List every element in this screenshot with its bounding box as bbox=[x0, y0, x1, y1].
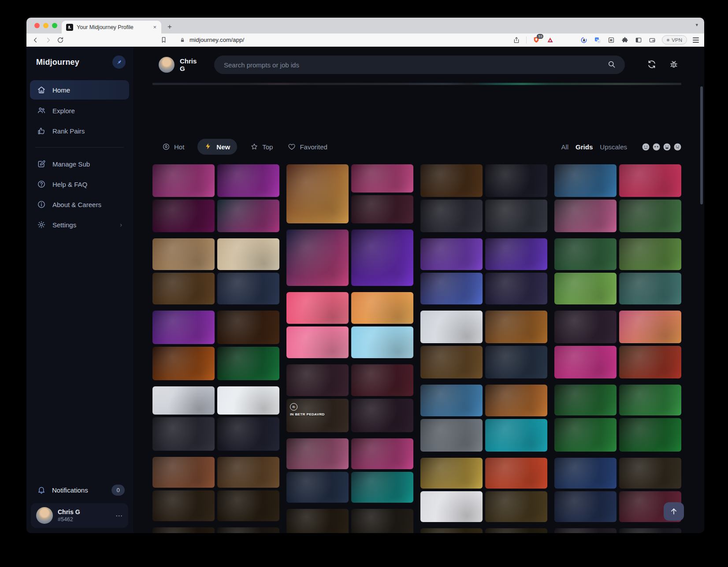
gallery-tile-green-circular-diagram[interactable] bbox=[619, 418, 681, 452]
reload-icon[interactable] bbox=[56, 36, 64, 44]
user-more-icon[interactable]: ⋯ bbox=[115, 511, 123, 520]
gallery-tile-lego-red-robot-table[interactable] bbox=[485, 458, 547, 489]
neutral-robot-face-icon[interactable] bbox=[653, 143, 660, 151]
gallery-tile-hand-phone-at-concert[interactable] bbox=[485, 238, 547, 270]
gallery-tile-cutoff-device-b[interactable] bbox=[217, 527, 279, 533]
gallery-tile-electronics-desk-monitor[interactable] bbox=[619, 458, 681, 489]
gallery-tile-person-phone-purple-neon[interactable] bbox=[152, 311, 215, 344]
gallery-tile-phone-pixel-glow-dark[interactable] bbox=[217, 417, 279, 451]
profile-avatar[interactable] bbox=[159, 57, 175, 73]
gallery-tile-tablet-dashboard-desk[interactable] bbox=[554, 164, 617, 197]
gallery-tile-video-thumbnail-man[interactable]: ibIN BETR PEDAVRD bbox=[286, 399, 349, 432]
gallery-tile-neon-house-purple[interactable] bbox=[351, 230, 413, 286]
smiley-face-icon[interactable] bbox=[642, 143, 650, 151]
new-tab-button[interactable]: + bbox=[167, 22, 172, 31]
gallery-tile-hands-tablet-game[interactable] bbox=[619, 238, 681, 270]
gallery-tile-conference-purple-stage[interactable] bbox=[420, 238, 483, 270]
gallery-tile-tiny-red-device-in-hand[interactable] bbox=[619, 346, 681, 378]
wallet-icon[interactable] bbox=[648, 36, 656, 44]
gallery-tile-cutoff-board-a[interactable] bbox=[286, 509, 349, 533]
gallery-tile-cartoon-tank-blue[interactable] bbox=[420, 385, 483, 416]
sidebar-item-about-careers[interactable]: About & Careers bbox=[26, 194, 133, 215]
brave-shield-icon[interactable]: 53 bbox=[532, 36, 540, 44]
gallery-tile-hand-writing-on-tray[interactable] bbox=[217, 238, 279, 270]
gallery-tile-phone-stand-white-room[interactable] bbox=[420, 311, 483, 343]
gallery-tile-green-network-circles[interactable] bbox=[554, 385, 617, 415]
gallery-tile-man-cap-orange-tablet[interactable] bbox=[152, 347, 215, 380]
gallery-tile-cutoff-desk-b[interactable] bbox=[619, 528, 681, 533]
browser-menu-icon[interactable] bbox=[693, 37, 699, 43]
notifications-button[interactable]: Notifications 0 bbox=[26, 480, 133, 500]
gallery-tile-raspberry-pi-pink-case[interactable] bbox=[286, 438, 349, 469]
gallery-tile-lego-scene-dark[interactable] bbox=[485, 491, 547, 522]
gallery-tile-green-pcb-schematic[interactable] bbox=[619, 385, 681, 415]
gallery-tile-neon-lounge-teal-pink[interactable] bbox=[217, 200, 279, 232]
gallery-tile-person-dark-bed-phone[interactable] bbox=[485, 164, 547, 197]
gallery-tile-neon-kitchen-pink[interactable] bbox=[152, 164, 215, 197]
gallery-tile-tablet-farm-game[interactable] bbox=[554, 273, 617, 304]
sidebar-item-home[interactable]: Home bbox=[30, 80, 129, 100]
url-text[interactable]: midjourney.com/app/ bbox=[189, 37, 244, 43]
sidebar-item-manage-sub[interactable]: Manage Sub bbox=[26, 154, 133, 174]
grinning-face-icon[interactable] bbox=[663, 143, 671, 151]
gallery-tile-mini-circuit-dark-table[interactable] bbox=[485, 346, 547, 378]
gallery-tile-pcb-colorful-wires-phone[interactable] bbox=[619, 200, 681, 232]
gallery-tile-phone-cubes-burst-pink[interactable] bbox=[286, 292, 349, 324]
search-bar[interactable] bbox=[214, 56, 625, 74]
gallery-tile-phones-wood-orange-icons[interactable] bbox=[485, 311, 547, 343]
gallery-tile-tablet-game-in-hands[interactable] bbox=[619, 273, 681, 304]
gallery-tile-cartoon-tanks-orange[interactable] bbox=[485, 385, 547, 416]
close-tab-icon[interactable]: × bbox=[152, 24, 158, 30]
brave-rewards-triangle-icon[interactable] bbox=[546, 36, 554, 44]
gallery-tile-phone-mountains-sunset[interactable] bbox=[351, 292, 413, 324]
sidebar-item-help-faq[interactable]: Help & FAQ bbox=[26, 174, 133, 194]
search-input[interactable] bbox=[223, 61, 607, 69]
bookmark-icon[interactable] bbox=[160, 36, 167, 44]
gallery-tile-phone-flat-on-table[interactable] bbox=[420, 346, 483, 378]
sidebar-item-rank-pairs[interactable]: Rank Pairs bbox=[26, 121, 133, 141]
back-icon[interactable] bbox=[32, 36, 40, 44]
gallery-tile-cartoon-kitchen-warm[interactable] bbox=[286, 164, 349, 223]
gallery-tile-pink-buttons-device-printer[interactable] bbox=[554, 200, 617, 232]
gallery-tile-tanks-rain-grey[interactable] bbox=[420, 419, 483, 452]
mode-all[interactable]: All bbox=[561, 143, 568, 151]
gallery-tile-audience-bright-screens[interactable] bbox=[420, 273, 483, 304]
gallery-tile-magenta-macropad-hand[interactable] bbox=[554, 346, 617, 378]
address-bar[interactable]: midjourney.com/app/ bbox=[72, 36, 508, 44]
gallery-tile-cutoff-device-a[interactable] bbox=[152, 527, 215, 533]
gallery-tile-tablet-desk-dark-red[interactable] bbox=[351, 364, 413, 396]
gallery-tile-desktop-monitor-app-icons[interactable] bbox=[217, 386, 279, 415]
forward-icon[interactable] bbox=[44, 36, 52, 44]
gallery-tile-raspberry-pi-display-device[interactable] bbox=[217, 457, 279, 488]
gallery-tile-person-bed-phone-glow[interactable] bbox=[420, 164, 483, 197]
gallery-tile-raspberry-pi-lcd-screens[interactable] bbox=[152, 457, 215, 488]
sidebar-item-settings[interactable]: Settings › bbox=[26, 215, 133, 235]
gallery-tile-teal-pcb-board[interactable] bbox=[351, 472, 413, 503]
report-bug-icon[interactable] bbox=[669, 59, 680, 70]
search-icon[interactable] bbox=[607, 60, 617, 70]
gallery-tile-hacker-green-code-phone[interactable] bbox=[217, 347, 279, 380]
mode-upscales[interactable]: Upscales bbox=[600, 143, 627, 151]
share-icon[interactable] bbox=[513, 36, 520, 44]
gallery-tile-cartoon-kitchen-pink[interactable] bbox=[351, 164, 413, 193]
gallery-tile-phone-charts-pink[interactable] bbox=[286, 326, 349, 358]
gallery-tile-tablet-dark-bedroom[interactable] bbox=[351, 399, 413, 432]
gallery-tile-dark-circuit-device-b[interactable] bbox=[217, 490, 279, 521]
gallery-tile-lego-astronaut-checker-floor[interactable] bbox=[420, 458, 483, 489]
gallery-tile-pink-pcb-wires[interactable] bbox=[351, 438, 413, 469]
extensions-puzzle-icon[interactable] bbox=[621, 36, 629, 44]
gallery-tile-tablet-game-night-scene[interactable] bbox=[554, 238, 617, 270]
gallery-tile-hand-holding-phone-dark[interactable] bbox=[217, 311, 279, 344]
gallery-tile-phone-colorful-grid-dark-table[interactable] bbox=[152, 273, 215, 304]
pin-sidebar-button[interactable] bbox=[112, 56, 126, 69]
gallery-tile-lego-white-figure[interactable] bbox=[420, 491, 483, 522]
tab-new[interactable]: New bbox=[197, 139, 237, 155]
gallery-tile-dark-circuit-device-a[interactable] bbox=[152, 490, 215, 521]
translate-extension-icon[interactable]: Aa bbox=[594, 36, 602, 44]
gallery-tile-green-traces-loop[interactable] bbox=[554, 418, 617, 452]
gallery-tile-phone-calendar-wood-desk[interactable] bbox=[152, 238, 215, 270]
gallery-tile-dark-laptop-phone-mosaic[interactable] bbox=[152, 417, 215, 451]
gallery-tile-neon-diner-magenta[interactable] bbox=[217, 164, 279, 197]
gallery-tile-cutoff-lego-a[interactable] bbox=[420, 528, 483, 533]
privacy-extension-icon[interactable] bbox=[580, 36, 588, 44]
